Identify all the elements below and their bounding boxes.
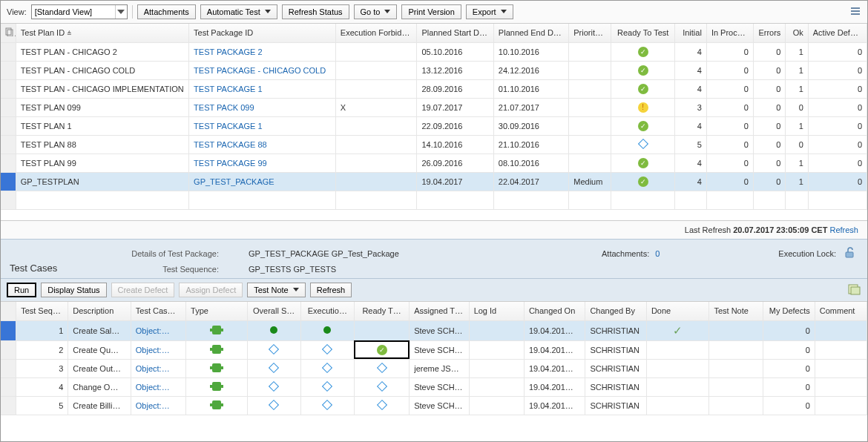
cell-pkg[interactable]: GP_TEST_PACKAGE <box>189 172 336 191</box>
unlock-icon[interactable] <box>842 247 857 260</box>
cell-pkg[interactable]: TEST PACKAGE 2 <box>189 42 336 61</box>
col-type[interactable]: Type <box>186 302 248 320</box>
row-selector[interactable] <box>1 116 16 135</box>
table-row[interactable]: TEST PLAN 88TEST PACKAGE 8814.10.201621.… <box>1 135 867 154</box>
col-changed-on[interactable]: Changed On <box>524 302 585 320</box>
table-row[interactable]: TEST PLAN - CHICAGO 2TEST PACKAGE 205.10… <box>1 42 867 61</box>
col-seq[interactable]: Test Seq… <box>16 302 68 320</box>
chevron-down-icon[interactable] <box>115 5 127 19</box>
col-exec[interactable]: Executio… <box>300 302 354 320</box>
col-logid[interactable]: Log Id <box>469 302 524 320</box>
table-row[interactable]: 2Create Qu…Object:…✓Steve SCH…19.04.201…… <box>1 340 867 359</box>
row-selector[interactable] <box>1 135 16 154</box>
run-button[interactable]: Run <box>7 283 36 297</box>
col-done[interactable]: Done <box>646 302 709 320</box>
refresh-button[interactable]: Refresh <box>310 283 352 297</box>
col-assigned[interactable]: Assigned T… <box>410 302 469 320</box>
table-row[interactable]: TEST PLAN 99TEST PACKAGE 9926.09.201608.… <box>1 154 867 172</box>
row-selector[interactable] <box>1 172 16 191</box>
diamond-icon <box>269 399 279 409</box>
status-bar: Last Refresh 20.07.2017 23:05:09 CET Ref… <box>1 220 867 239</box>
row-selector[interactable] <box>1 98 16 116</box>
table-row[interactable]: 1Create Sal…Object:…Steve SCH…19.04.201…… <box>1 320 867 340</box>
row-selector[interactable] <box>1 61 16 79</box>
row-selector[interactable] <box>1 359 16 377</box>
view-input[interactable] <box>32 7 115 16</box>
col-planned-start[interactable]: Planned Start Date <box>417 24 493 42</box>
row-selector[interactable] <box>1 320 16 340</box>
col-execution-forbidden[interactable]: Execution Forbidden <box>335 24 417 42</box>
col-ready[interactable]: Ready To Test <box>611 24 675 42</box>
test-note-button[interactable]: Test Note <box>247 283 305 297</box>
row-selector[interactable] <box>1 42 16 61</box>
table-row[interactable]: TEST PLAN - CHICAGO IMPLEMENTATIONTEST P… <box>1 79 867 98</box>
table-row[interactable]: 3Create Out…Object:…jereme JS…19.04.201…… <box>1 359 867 377</box>
export-button[interactable]: Export <box>466 4 513 19</box>
attachments-button[interactable]: Attachments <box>137 4 196 19</box>
col-myd[interactable]: My Defects <box>763 302 815 320</box>
cell-err: 0 <box>753 98 786 116</box>
automatic-test-button[interactable]: Automatic Test <box>200 4 277 19</box>
select-all-icon[interactable] <box>1 24 16 42</box>
row-selector[interactable] <box>1 154 16 172</box>
cell-myd: 0 <box>763 377 815 396</box>
col-priority[interactable]: Priority ≜ <box>569 24 611 42</box>
col-changed-by[interactable]: Changed By <box>585 302 647 320</box>
table-row[interactable]: TEST PLAN 1TEST PACKAGE 122.09.201630.09… <box>1 116 867 135</box>
cell-tco[interactable]: Object:… <box>131 377 185 396</box>
cell-inp: 0 <box>706 172 753 191</box>
col-ostat[interactable]: Overall S… <box>247 302 300 320</box>
cell-tco[interactable]: Object:… <box>131 340 185 359</box>
cell-pkg[interactable]: TEST PACKAGE 1 <box>189 79 336 98</box>
refresh-status-button[interactable]: Refresh Status <box>282 4 349 19</box>
display-status-button[interactable]: Display Status <box>41 283 106 297</box>
cell-pe: 10.10.2016 <box>493 42 568 61</box>
col-test-plan-id[interactable]: Test Plan ID ≜ <box>16 24 188 42</box>
cell-inp: 0 <box>706 135 753 154</box>
table-row[interactable]: 5Create Billi…Object:…Steve SCH…19.04.20… <box>1 396 867 415</box>
col-desc[interactable]: Description <box>68 302 131 320</box>
row-selector[interactable] <box>1 377 16 396</box>
row-selector[interactable] <box>1 340 16 359</box>
cell-changed-by: SCHRISTIAN <box>585 396 647 415</box>
col-note[interactable]: Test Note <box>709 302 763 320</box>
go-to-button[interactable]: Go to <box>354 4 398 19</box>
col-planned-end[interactable]: Planned End Date <box>493 24 568 42</box>
print-version-button[interactable]: Print Version <box>401 4 461 19</box>
cell-tco[interactable]: Object:… <box>131 396 185 415</box>
col-comment[interactable]: Comment <box>815 302 867 320</box>
table-row[interactable]: TEST PLAN 099TEST PACK 099X19.07.201721.… <box>1 98 867 116</box>
attachments-count[interactable]: 0 <box>655 249 660 258</box>
col-in-process[interactable]: In Process <box>706 24 753 42</box>
table-row[interactable]: TEST PLAN - CHICAGO COLDTEST PACKAGE - C… <box>1 61 867 79</box>
table-row[interactable]: GP_TESTPLANGP_TEST_PACKAGE19.04.201722.0… <box>1 172 867 191</box>
view-select[interactable] <box>31 4 128 19</box>
row-selector[interactable] <box>1 396 16 415</box>
svg-rect-3 <box>6 28 11 35</box>
cell-plan: TEST PLAN - CHICAGO IMPLEMENTATION <box>16 79 188 98</box>
col-initial[interactable]: Initial <box>675 24 707 42</box>
settings-icon[interactable] <box>849 5 861 19</box>
col-test-package-id[interactable]: Test Package ID <box>189 24 336 42</box>
check-icon: ✓ <box>377 345 387 355</box>
cell-pkg[interactable]: TEST PACK 099 <box>189 98 336 116</box>
cell-pkg[interactable]: TEST PACKAGE - CHICAGO COLD <box>189 61 336 79</box>
col-errors[interactable]: Errors <box>753 24 786 42</box>
cell-ps: 26.09.2016 <box>417 154 493 172</box>
row-selector[interactable] <box>1 79 16 98</box>
cell-tco[interactable]: Object:… <box>131 320 185 340</box>
cell-pkg[interactable]: TEST PACKAGE 88 <box>189 135 336 154</box>
table-row[interactable]: 4Change O…Object:…Steve SCH…19.04.201…SC… <box>1 377 867 396</box>
refresh-link[interactable]: Refresh <box>829 225 858 234</box>
col-active-defects[interactable]: Active Defects <box>808 24 867 42</box>
col-ready[interactable]: Ready T… <box>354 302 409 320</box>
cell-tco[interactable]: Object:… <box>131 359 185 377</box>
col-ok[interactable]: Ok <box>786 24 808 42</box>
cell-pkg[interactable]: TEST PACKAGE 99 <box>189 154 336 172</box>
cases-select-all[interactable] <box>1 302 16 320</box>
settings-icon[interactable] <box>848 283 861 297</box>
check-icon: ✓ <box>638 65 648 76</box>
cell-ready: ✓ <box>611 42 675 61</box>
cell-pkg[interactable]: TEST PACKAGE 1 <box>189 116 336 135</box>
col-tco[interactable]: Test Cas… <box>131 302 185 320</box>
